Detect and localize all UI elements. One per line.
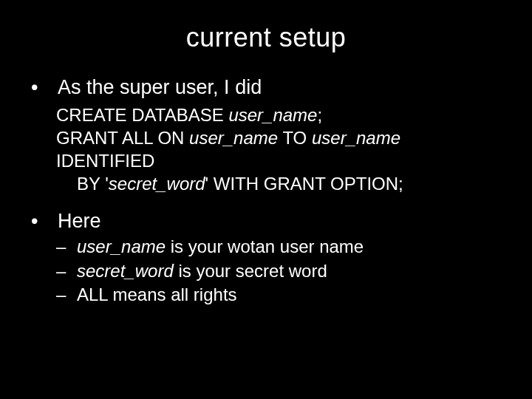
list-item: – user_name is your wotan user name bbox=[56, 235, 502, 259]
list-item: – secret_word is your secret word bbox=[56, 259, 502, 283]
list-item: – ALL means all rights bbox=[56, 283, 502, 307]
sql-text: IDENTIFIED bbox=[56, 151, 154, 171]
sql-text: GRANT ALL ON bbox=[56, 128, 189, 148]
list-item: • As the super user, I did CREATE DATABA… bbox=[30, 75, 502, 196]
bullet-row: • Here bbox=[30, 209, 502, 234]
sql-line: CREATE DATABASE user_name; bbox=[56, 103, 502, 126]
sql-block: CREATE DATABASE user_name; GRANT ALL ON … bbox=[56, 103, 502, 196]
sql-line: GRANT ALL ON user_name TO user_name IDEN… bbox=[56, 126, 502, 172]
dash-icon: – bbox=[56, 235, 77, 259]
sql-var: user_name bbox=[189, 128, 278, 148]
bullet-icon: • bbox=[30, 75, 58, 100]
bullet-list: • As the super user, I did CREATE DATABA… bbox=[30, 75, 502, 307]
slide-title: current setup bbox=[30, 22, 502, 53]
bullet-row: • As the super user, I did bbox=[30, 75, 502, 100]
sql-text: ' WITH GRANT OPTION; bbox=[205, 174, 403, 194]
sql-text: BY ' bbox=[77, 174, 109, 194]
sql-var: user_name bbox=[312, 128, 400, 148]
dash-icon: – bbox=[56, 283, 77, 307]
slide: current setup • As the super user, I did… bbox=[0, 0, 532, 399]
dash-icon: – bbox=[56, 259, 77, 283]
rest: ALL means all rights bbox=[77, 284, 237, 304]
term: secret_word bbox=[77, 261, 174, 281]
bullet-text: As the super user, I did bbox=[58, 75, 262, 100]
bullet-icon: • bbox=[30, 209, 58, 234]
sql-text: ; bbox=[317, 105, 322, 125]
rest: is your secret word bbox=[174, 261, 327, 281]
sub-text: ALL means all rights bbox=[77, 283, 237, 307]
rest: is your wotan user name bbox=[166, 236, 364, 256]
sub-list: – user_name is your wotan user name – se… bbox=[56, 235, 502, 307]
sql-line: BY 'secret_word' WITH GRANT OPTION; bbox=[56, 172, 502, 195]
list-item: • Here – user_name is your wotan user na… bbox=[30, 209, 502, 307]
bullet-text: Here bbox=[58, 209, 101, 234]
sub-text: secret_word is your secret word bbox=[77, 259, 327, 283]
sql-text: TO bbox=[278, 128, 312, 148]
sub-text: user_name is your wotan user name bbox=[77, 235, 364, 259]
sql-var: user_name bbox=[228, 105, 317, 125]
sql-var: secret_word bbox=[109, 174, 205, 194]
sql-text: CREATE DATABASE bbox=[56, 105, 228, 125]
term: user_name bbox=[77, 236, 166, 256]
